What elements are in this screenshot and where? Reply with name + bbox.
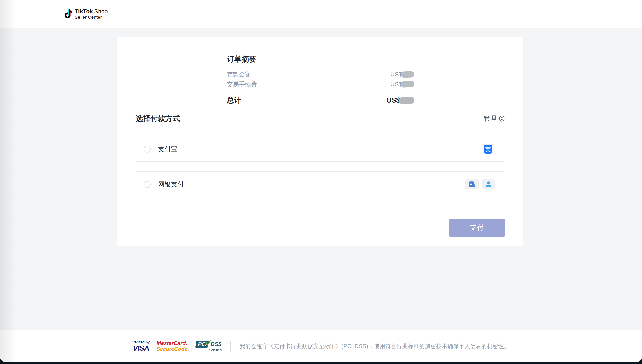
pay-button[interactable]: 支付 <box>449 219 505 237</box>
radio-netbank[interactable] <box>144 181 151 188</box>
deposit-amount-label: 存款金额 <box>227 70 251 78</box>
currency-prefix: US$ <box>390 81 402 88</box>
summary-row-deposit: 存款金额 US$ <box>227 70 414 79</box>
order-summary: 订单摘要 存款金额 US$ 交易手续费 US$ 总计 US$ <box>227 54 414 106</box>
pci-dss-certified-logo: PCI ✓ DSS Certified <box>196 340 222 352</box>
total-value: US$ <box>386 96 414 104</box>
tiktok-note-icon <box>65 9 73 18</box>
netbank-label: 网银支付 <box>158 180 184 189</box>
manage-link[interactable]: 管理 <box>483 114 505 123</box>
transaction-fee-value: US$ <box>390 81 414 88</box>
radio-alipay[interactable] <box>144 146 151 153</box>
logo-product: Shop <box>94 8 108 14</box>
payment-page: TikTokShop Seller Center 订单摘要 存款金额 US$ 交… <box>0 0 642 362</box>
gear-icon <box>498 115 505 122</box>
check-icon: ✓ <box>205 338 213 348</box>
choose-payment-title: 选择付款方式 <box>136 114 180 124</box>
summary-row-fee: 交易手续费 US$ <box>227 79 414 89</box>
currency-prefix: US$ <box>386 96 400 104</box>
tiktok-shop-logo[interactable]: TikTokShop Seller Center <box>65 0 108 28</box>
transaction-fee-label: 交易手续费 <box>227 80 257 88</box>
checkout-card: 订单摘要 存款金额 US$ 交易手续费 US$ 总计 US$ <box>117 37 523 246</box>
order-summary-title: 订单摘要 <box>227 54 414 64</box>
verified-by-visa-logo: Verified by VISA <box>133 340 150 352</box>
redacted-amount-blob <box>399 96 414 104</box>
payment-section-header: 选择付款方式 管理 <box>136 114 505 124</box>
personal-bank-icon <box>482 180 495 189</box>
alipay-icon: 支 <box>481 144 495 154</box>
footer-divider <box>230 341 231 352</box>
logo-brand: TikTok <box>75 8 93 14</box>
mastercard-securecode-logo: MasterCard. SecureCode. <box>157 340 189 352</box>
payment-option-netbank[interactable]: 网银支付 <box>136 171 504 198</box>
total-label: 总计 <box>227 96 241 105</box>
app-header: TikTokShop Seller Center <box>0 0 642 28</box>
alipay-label: 支付宝 <box>158 145 178 154</box>
currency-prefix: US$ <box>390 71 402 78</box>
payment-option-alipay[interactable]: 支付宝 支 <box>136 136 504 162</box>
compliance-text: 我们会遵守《支付卡行业数据安全标准》(PCI DSS)，使用符合行业标准的加密技… <box>240 342 509 350</box>
corporate-bank-icon <box>465 180 479 189</box>
logo-subtitle: Seller Center <box>75 15 108 20</box>
page-footer: Verified by VISA MasterCard. SecureCode.… <box>0 330 642 362</box>
deposit-amount-value: US$ <box>390 71 414 78</box>
summary-row-total: 总计 US$ <box>227 95 414 106</box>
redacted-amount-blob <box>401 81 414 88</box>
manage-label: 管理 <box>483 114 496 123</box>
logo-text: TikTokShop Seller Center <box>75 8 108 20</box>
redacted-amount-blob <box>401 71 414 78</box>
